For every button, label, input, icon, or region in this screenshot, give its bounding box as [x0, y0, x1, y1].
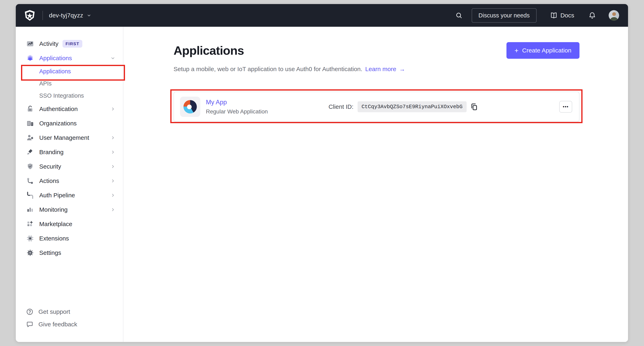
grid-plus-icon: [26, 220, 34, 228]
search-button[interactable]: [455, 12, 463, 19]
page-title: Applications: [174, 44, 244, 58]
sidebar-navigation: Activity FIRST Applications Applicatio: [16, 27, 124, 342]
sidebar-item-auth-pipeline[interactable]: Auth Pipeline: [16, 188, 123, 202]
chevron-right-icon: [110, 207, 116, 213]
chevron-down-icon: [110, 55, 116, 61]
sidebar-item-applications[interactable]: Applications: [16, 51, 123, 65]
first-badge: FIRST: [62, 40, 82, 48]
pipeline-icon: [26, 191, 34, 200]
lock-icon: [26, 105, 34, 113]
sidebar-subitem-sso-integrations[interactable]: SSO Integrations: [16, 90, 123, 102]
arrow-right-icon: →: [399, 66, 405, 72]
chevron-right-icon: [110, 193, 116, 198]
top-navigation-bar: dev-tyj7qyzz Discuss your needs Docs: [16, 4, 628, 27]
discuss-your-needs-button[interactable]: Discuss your needs: [472, 8, 536, 23]
topbar-actions: Discuss your needs Docs: [455, 8, 619, 23]
sidebar-subitem-applications[interactable]: Applications: [16, 65, 123, 77]
main-content: Applications + Create Application Setup …: [124, 27, 628, 342]
book-icon: [550, 12, 558, 19]
gear-icon: [26, 249, 34, 257]
application-row[interactable]: My App Regular Web Application Client ID…: [174, 92, 580, 122]
auth0-logo[interactable]: [24, 10, 36, 21]
sidebar-item-user-management[interactable]: User Management: [16, 130, 123, 145]
app-type: Regular Web Application: [206, 108, 268, 115]
sidebar-item-extensions[interactable]: Extensions: [16, 231, 123, 246]
sidebar-subitem-apis[interactable]: APIs: [16, 77, 123, 90]
chevron-right-icon: [110, 106, 116, 112]
tenant-name: dev-tyj7qyzz: [49, 12, 83, 19]
app-name-link[interactable]: My App: [206, 99, 268, 106]
main-header: Applications + Create Application: [174, 42, 580, 59]
layers-icon: [26, 54, 34, 62]
give-feedback-link[interactable]: Give feedback: [16, 318, 123, 331]
chevron-right-icon: [110, 164, 116, 169]
app-logo: [184, 100, 197, 113]
create-application-button[interactable]: + Create Application: [506, 42, 580, 59]
docs-label: Docs: [560, 12, 574, 19]
chevron-right-icon: [110, 178, 116, 184]
feedback-bubble-icon: [26, 320, 34, 328]
notifications-button[interactable]: [588, 12, 596, 19]
user-gear-icon: [26, 133, 34, 142]
ellipsis-menu-button[interactable]: •••: [559, 101, 572, 113]
sidebar-item-branding[interactable]: Branding: [16, 145, 123, 159]
app-meta: My App Regular Web Application: [206, 99, 268, 115]
bell-icon: [588, 12, 596, 19]
chevron-down-icon: [86, 13, 92, 18]
sidebar-footer: Get support Give feedback: [16, 305, 123, 331]
organization-icon: [26, 119, 34, 128]
plus-icon: +: [514, 47, 518, 54]
page-subtitle: Setup a mobile, web or IoT application t…: [174, 66, 580, 73]
flow-icon: [26, 177, 34, 185]
client-id-value: CtCqy3AvbQZSo7sE9RiynaPuiXOxvebG: [358, 101, 466, 112]
paintbrush-icon: [26, 148, 34, 156]
search-icon: [455, 12, 463, 19]
user-avatar[interactable]: [608, 10, 619, 21]
docs-link[interactable]: Docs: [550, 12, 574, 19]
sidebar-item-authentication[interactable]: Authentication: [16, 102, 123, 116]
page-body: Activity FIRST Applications Applicatio: [16, 27, 628, 342]
sidebar-item-label: Applications: [39, 55, 72, 62]
help-circle-icon: [26, 308, 34, 316]
dashboard-window: dev-tyj7qyzz Discuss your needs Docs: [16, 4, 628, 342]
app-logo-tile: [180, 97, 200, 117]
tenant-switcher[interactable]: dev-tyj7qyzz: [49, 12, 92, 19]
sidebar-item-settings[interactable]: Settings: [16, 246, 123, 260]
get-support-link[interactable]: Get support: [16, 305, 123, 318]
copy-icon: [470, 102, 478, 111]
sidebar-item-label: Activity: [39, 40, 58, 47]
sidebar-item-actions[interactable]: Actions: [16, 174, 123, 188]
sidebar-item-security[interactable]: Security: [16, 159, 123, 174]
shield-check-icon: [26, 162, 34, 171]
sidebar-item-marketplace[interactable]: Marketplace: [16, 217, 123, 231]
bar-chart-icon: [26, 205, 34, 214]
chevron-right-icon: [110, 149, 116, 155]
create-application-label: Create Application: [522, 47, 572, 54]
chevron-right-icon: [110, 135, 116, 141]
chip-icon: [26, 234, 34, 243]
copy-client-id-button[interactable]: [470, 102, 478, 111]
sidebar-item-monitoring[interactable]: Monitoring: [16, 202, 123, 217]
sidebar-item-activity[interactable]: Activity FIRST: [16, 37, 123, 51]
client-id-label: Client ID:: [328, 103, 353, 110]
client-id-cluster: Client ID: CtCqy3AvbQZSo7sE9RiynaPuiXOxv…: [328, 101, 478, 112]
auth0-shield-icon: [24, 10, 36, 21]
sidebar-item-organizations[interactable]: Organizations: [16, 116, 123, 130]
avatar-photo: [608, 10, 619, 21]
activity-icon: [26, 40, 34, 48]
learn-more-link[interactable]: Learn more: [365, 66, 396, 72]
topbar-divider: [42, 11, 43, 20]
